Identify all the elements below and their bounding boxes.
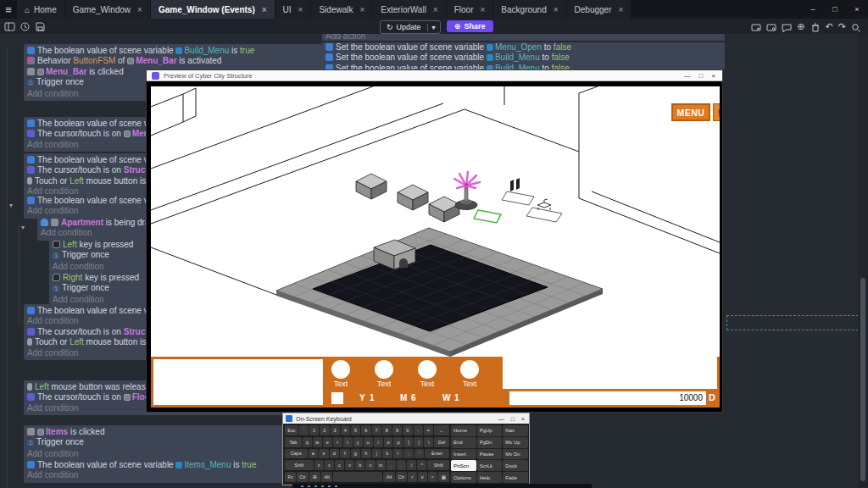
tab-background[interactable]: Background× [493,0,565,19]
osk-key-a[interactable]: a [309,449,319,460]
scrollbar[interactable] [858,34,868,488]
osk-key-b[interactable]: b [355,460,364,471]
osk-key-▦[interactable]: ▦ [438,472,449,483]
hud-circle-button[interactable] [331,360,350,379]
history-icon[interactable] [19,21,31,32]
osk-key-2[interactable]: 2 [320,425,329,436]
osk-key-;[interactable]: ; [403,449,414,460]
osk-key-Fade[interactable]: Fade [503,472,528,483]
add-condition-link[interactable]: Add condition [27,470,319,480]
event-line[interactable]: Set the boolean value of scene variable … [326,64,721,69]
project-panels-icon[interactable] [4,21,15,32]
tab-ui[interactable]: UI× [275,0,311,19]
osk-key-z[interactable]: z [314,460,324,471]
osk-key-c[interactable]: c [335,460,344,471]
osk-key-,[interactable]: , [387,460,396,471]
osk-key-[[interactable]: [ [403,437,413,448]
osk-key-m[interactable]: m [376,460,386,471]
event-block[interactable]: Items is clicked①Trigger onceAdd conditi… [24,425,322,461]
money-field[interactable]: 10000 [509,391,706,405]
tab-exteriorwall[interactable]: ExteriorWall× [373,0,445,19]
osk-key-⊞[interactable]: ⊞ [309,472,320,483]
alert-button[interactable]: ! [713,103,720,121]
osk-key-Caps[interactable]: Caps [285,449,308,460]
close-tab-icon[interactable]: × [298,5,303,14]
osk-key-Alt[interactable]: Alt [321,472,332,483]
osk-key-←[interactable]: ← [434,425,449,436]
osk-key-][interactable]: ] [414,437,423,448]
osk-key-Alt[interactable]: Alt [383,472,394,483]
share-button[interactable]: ⊕Share [447,20,493,32]
osk-key-Pause[interactable]: Pause [477,449,503,460]
delete-icon[interactable] [810,21,821,31]
preview-window-icon[interactable] [751,21,761,31]
minimize-icon[interactable]: – [802,5,824,14]
osk-key-u[interactable]: u [364,437,373,448]
osk-key-d[interactable]: d [330,449,340,460]
close-tab-icon[interactable]: × [618,5,623,14]
osk-key-PgDn[interactable]: PgDn [477,437,503,448]
tab-game-window-events-[interactable]: Game_Window (Events)× [151,0,275,19]
close-tab-icon[interactable]: × [554,5,559,14]
comment-icon[interactable] [782,21,792,31]
osk-key-Options[interactable]: Options [451,472,476,483]
osk-key-Insert[interactable]: Insert [451,449,476,460]
osk-key-\[interactable]: \ [424,437,433,448]
osk-key-h[interactable]: h [361,449,371,460]
tab-game-window[interactable]: Game_Window× [65,0,150,19]
close-tab-icon[interactable]: × [359,5,364,14]
osk-key-e[interactable]: e [323,437,332,448]
osk-key-Mv Dn[interactable]: Mv Dn [503,449,528,460]
osk-key-t[interactable]: t [343,437,353,448]
search-icon[interactable] [851,21,861,31]
osk-key-Shift[interactable]: Shift [427,460,449,471]
osk-key-Home[interactable]: Home [451,425,476,436]
event-line[interactable]: Items is clicked [27,427,319,437]
osk-key-4[interactable]: 4 [341,425,350,436]
osk-key-k[interactable]: k [382,449,392,460]
preview-titlebar[interactable]: Preview of Cyber City Structure — □ × [147,70,722,81]
event-line[interactable]: Set the boolean value of scene variable … [326,53,721,63]
event-line[interactable]: ①Trigger once [27,437,319,448]
event-block[interactable]: The boolean value of scene variable Item… [24,458,322,483]
close-tab-icon[interactable]: × [137,5,142,14]
osk-key-space[interactable] [333,472,382,483]
osk-key-f[interactable]: f [340,449,350,460]
collapse-arrow-icon[interactable]: ▾ [21,225,25,231]
osk-key->[interactable]: > [428,472,437,483]
collapse-arrow-icon[interactable]: ▾ [9,202,13,209]
osk-key-.[interactable]: . [397,460,406,471]
tab-debugger[interactable]: Debugger× [567,0,632,19]
hud-indicator-square[interactable] [331,392,343,404]
osk-key-w[interactable]: w [313,437,322,448]
osk-key-^[interactable]: ^ [417,460,426,471]
hud-circle-button[interactable] [460,360,479,379]
osk-key-∨[interactable]: ∨ [418,472,427,483]
osk-key-Ctr[interactable]: Ctr [297,472,308,483]
osk-key-`[interactable]: ` [299,425,309,436]
redo-icon[interactable]: ↷ [838,21,846,32]
close-tab-icon[interactable]: × [262,5,267,14]
add-event-icon[interactable]: ⊕ [797,21,804,32]
event-line[interactable]: Set the boolean value of scene variable … [326,42,721,53]
osk-key-7[interactable]: 7 [372,425,381,436]
osk-key-Enter[interactable]: Enter [425,449,449,460]
osk-key-/[interactable]: / [407,460,416,471]
osk-key-Fn[interactable]: Fn [285,472,296,483]
add-action-link[interactable]: Add action [326,34,721,41]
osk-key-q[interactable]: q [303,437,312,448]
osk-key-1[interactable]: 1 [309,425,319,436]
osk-key-i[interactable]: i [374,437,383,448]
event-line[interactable]: The boolean value of scene variable Item… [27,460,319,470]
close-icon[interactable]: × [521,416,525,422]
osk-key-Esc[interactable]: Esc [285,425,298,436]
update-dropdown-icon[interactable]: ▾ [427,24,440,31]
osk-key-9[interactable]: 9 [392,425,402,436]
osk-key-Mv Up[interactable]: Mv Up [503,437,528,448]
osk-key-ScrLk[interactable]: ScrLk [477,460,503,471]
osk-key-PgUp[interactable]: PgUp [477,425,503,436]
osk-key-o[interactable]: o [384,437,393,448]
menu-button[interactable]: MENU [671,103,710,121]
osk-key-Del[interactable]: Del [434,437,449,448]
osk-titlebar[interactable]: On-Screen Keyboard — □ × [283,413,529,424]
